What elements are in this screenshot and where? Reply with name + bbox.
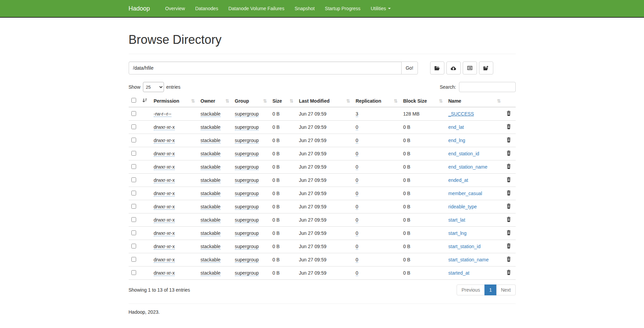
header-size[interactable]: Size ⇅ [270, 95, 296, 107]
row-checkbox[interactable] [131, 244, 136, 248]
row-checkbox[interactable] [131, 270, 136, 275]
file-name-link[interactable]: start_lng [448, 230, 467, 236]
editable-owner[interactable]: stackable [201, 270, 221, 276]
row-checkbox[interactable] [131, 217, 136, 222]
header-block-size[interactable]: Block Size ⇅ [401, 95, 446, 107]
delete-button[interactable] [507, 257, 511, 262]
editable-replication[interactable]: 0 [356, 124, 358, 130]
delete-button[interactable] [507, 190, 511, 195]
search-input[interactable] [459, 82, 516, 92]
editable-permission[interactable]: drwxr-xr-x [154, 270, 175, 276]
editable-owner[interactable]: stackable [201, 151, 221, 157]
row-checkbox[interactable] [131, 111, 136, 116]
editable-owner[interactable]: stackable [201, 191, 221, 196]
pagination-next[interactable]: Next [497, 284, 516, 295]
editable-replication[interactable]: 0 [356, 270, 358, 276]
sort-both-icon[interactable]: ⇅ [263, 99, 267, 103]
editable-permission[interactable]: drwxr-xr-x [154, 164, 175, 170]
header-permission[interactable]: Permission ⇅ [151, 95, 198, 107]
editable-permission[interactable]: drwxr-xr-x [154, 177, 175, 183]
directory-path-input[interactable] [129, 62, 402, 74]
editable-group[interactable]: supergroup [235, 244, 259, 249]
editable-replication[interactable]: 0 [356, 138, 358, 143]
file-name-link[interactable]: started_at [448, 270, 470, 276]
editable-owner[interactable]: stackable [201, 124, 221, 130]
header-group[interactable]: Group ⇅ [232, 95, 270, 107]
delete-button[interactable] [507, 230, 511, 235]
editable-replication[interactable]: 0 [356, 217, 358, 223]
editable-permission[interactable]: drwxr-xr-x [154, 257, 175, 263]
nav-startup-progress[interactable]: Startup Progress [320, 0, 366, 17]
header-owner[interactable]: Owner ⇅ [198, 95, 232, 107]
create-directory-button[interactable] [430, 62, 444, 74]
editable-group[interactable]: supergroup [235, 230, 259, 236]
editable-owner[interactable]: stackable [201, 217, 221, 223]
pagination-page-1[interactable]: 1 [485, 284, 497, 295]
nav-overview[interactable]: Overview [160, 0, 190, 17]
delete-button[interactable] [507, 177, 511, 182]
editable-replication[interactable]: 0 [356, 191, 358, 196]
editable-permission[interactable]: drwxr-xr-x [154, 217, 175, 223]
file-name-link[interactable]: rideable_type [448, 204, 477, 209]
editable-replication[interactable]: 0 [356, 230, 358, 236]
nav-datanode-volume-failures[interactable]: Datanode Volume Failures [223, 0, 290, 17]
file-name-link[interactable]: start_station_id [448, 244, 481, 249]
sort-both-icon[interactable]: ⇅ [394, 99, 398, 103]
editable-permission[interactable]: drwxr-xr-x [154, 204, 175, 210]
editable-group[interactable]: supergroup [235, 164, 259, 170]
row-checkbox[interactable] [131, 191, 136, 195]
editable-replication[interactable]: 0 [356, 177, 358, 183]
editable-owner[interactable]: stackable [201, 230, 221, 236]
sort-ascending-icon[interactable] [142, 98, 147, 104]
editable-permission[interactable]: drwxr-xr-x [154, 124, 175, 130]
sort-both-icon[interactable]: ⇅ [191, 99, 195, 103]
editable-permission[interactable]: drwxr-xr-x [154, 191, 175, 196]
editable-owner[interactable]: stackable [201, 138, 221, 143]
select-all-checkbox[interactable] [131, 98, 136, 103]
file-name-link[interactable]: member_casual [448, 191, 482, 196]
editable-group[interactable]: supergroup [235, 204, 259, 210]
row-checkbox[interactable] [131, 230, 136, 235]
file-name-link[interactable]: _SUCCESS [448, 111, 474, 117]
sort-both-icon[interactable]: ⇅ [439, 99, 443, 103]
upload-files-button[interactable] [446, 62, 461, 74]
paste-button[interactable] [479, 62, 493, 74]
editable-group[interactable]: supergroup [235, 191, 259, 196]
delete-button[interactable] [507, 164, 511, 169]
row-checkbox[interactable] [131, 164, 136, 169]
editable-owner[interactable]: stackable [201, 244, 221, 249]
delete-button[interactable] [507, 243, 511, 248]
editable-owner[interactable]: stackable [201, 204, 221, 210]
delete-button[interactable] [507, 204, 511, 209]
editable-replication[interactable]: 0 [356, 151, 358, 157]
header-last-modified[interactable]: Last Modified ⇅ [296, 95, 353, 107]
row-checkbox[interactable] [131, 177, 136, 182]
brand-hadoop[interactable]: Hadoop [129, 5, 153, 12]
page-size-select[interactable]: 25 [143, 82, 164, 92]
delete-button[interactable] [507, 217, 511, 222]
pagination-previous[interactable]: Previous [457, 284, 484, 295]
file-name-link[interactable]: start_station_name [448, 257, 489, 262]
go-button[interactable]: Go! [401, 62, 418, 74]
row-checkbox[interactable] [131, 257, 136, 262]
editable-replication[interactable]: 0 [356, 204, 358, 210]
header-replication[interactable]: Replication ⇅ [353, 95, 401, 107]
editable-group[interactable]: supergroup [235, 151, 259, 157]
sort-both-icon[interactable]: ⇅ [497, 99, 501, 103]
editable-permission[interactable]: drwxr-xr-x [154, 138, 175, 143]
nav-snapshot[interactable]: Snapshot [290, 0, 320, 17]
cut-selected-button[interactable] [463, 62, 477, 74]
nav-utilities-dropdown[interactable]: Utilities [366, 0, 396, 17]
editable-permission[interactable]: drwxr-xr-x [154, 230, 175, 236]
file-name-link[interactable]: end_lng [448, 138, 465, 143]
file-name-link[interactable]: end_lat [448, 124, 464, 130]
row-checkbox[interactable] [131, 124, 136, 129]
file-name-link[interactable]: end_station_id [448, 151, 479, 156]
editable-permission[interactable]: -rw-r--r-- [154, 111, 171, 117]
editable-group[interactable]: supergroup [235, 270, 259, 276]
delete-button[interactable] [507, 124, 511, 129]
editable-group[interactable]: supergroup [235, 177, 259, 183]
sort-both-icon[interactable]: ⇅ [290, 99, 294, 103]
row-checkbox[interactable] [131, 138, 136, 142]
delete-button[interactable] [507, 151, 511, 156]
